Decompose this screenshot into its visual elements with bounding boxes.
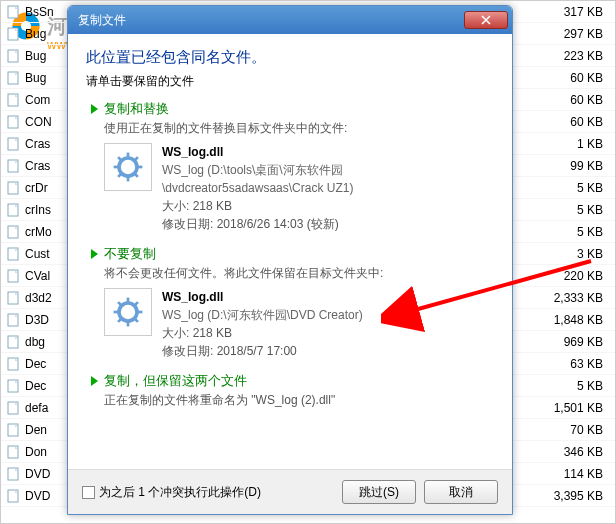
- dll-gear-icon: [110, 149, 146, 185]
- file-size: 346 KB: [525, 445, 615, 459]
- apply-all-checkbox[interactable]: [82, 486, 95, 499]
- file-icon: [5, 400, 21, 416]
- file-size: 317 KB: [525, 5, 615, 19]
- file-size: 60 KB: [525, 71, 615, 85]
- file-thumb-1: [104, 143, 152, 191]
- file-icon: [5, 290, 21, 306]
- file-size: 3,395 KB: [525, 489, 615, 503]
- file-icon: [5, 246, 21, 262]
- file-size: 220 KB: [525, 269, 615, 283]
- file-icon: [5, 466, 21, 482]
- option3-title: 复制，但保留这两个文件: [104, 372, 247, 390]
- file-size: 5 KB: [525, 379, 615, 393]
- file-icon: [5, 158, 21, 174]
- file-meta-1: WS_log.dll WS_log (D:\tools\桌面\河东软件园 \dv…: [162, 143, 353, 233]
- file1-name: WS_log.dll: [162, 143, 353, 161]
- file-icon: [5, 4, 21, 20]
- close-button[interactable]: [464, 11, 508, 29]
- option2-desc: 将不会更改任何文件。将此文件保留在目标文件夹中:: [104, 265, 494, 282]
- copy-file-dialog: 复制文件 此位置已经包含同名文件。 请单击要保留的文件 复制和替换 使用正在复制…: [67, 5, 513, 515]
- option1-desc: 使用正在复制的文件替换目标文件夹中的文件:: [104, 120, 494, 137]
- file-size: 5 KB: [525, 203, 615, 217]
- option1-title: 复制和替换: [104, 100, 169, 118]
- svg-point-33: [119, 303, 137, 321]
- arrow-right-icon: [88, 374, 102, 388]
- arrow-right-icon: [88, 102, 102, 116]
- file-size: 5 KB: [525, 181, 615, 195]
- file1-date: 修改日期: 2018/6/26 14:03 (较新): [162, 215, 353, 233]
- file-icon: [5, 356, 21, 372]
- svg-line-31: [134, 157, 138, 161]
- file-icon: [5, 268, 21, 284]
- file-size: 1 KB: [525, 137, 615, 151]
- file-size: 3 KB: [525, 247, 615, 261]
- file-icon: [5, 48, 21, 64]
- file-meta-2: WS_log.dll WS_log (D:\河东软件园\DVD Creator)…: [162, 288, 363, 360]
- file-icon: [5, 92, 21, 108]
- file-size: 223 KB: [525, 49, 615, 63]
- file-size: 2,333 KB: [525, 291, 615, 305]
- file2-size: 大小: 218 KB: [162, 324, 363, 342]
- svg-line-38: [118, 302, 122, 306]
- file-size: 1,501 KB: [525, 401, 615, 415]
- dialog-titlebar: 复制文件: [68, 6, 512, 34]
- file-size: 297 KB: [525, 27, 615, 41]
- file-icon: [5, 378, 21, 394]
- svg-line-30: [134, 173, 138, 177]
- option-dont-copy[interactable]: 不要复制 将不会更改任何文件。将此文件保留在目标文件夹中: WS_log.dll…: [86, 245, 494, 360]
- file-icon: [5, 70, 21, 86]
- file-size: 63 KB: [525, 357, 615, 371]
- close-icon: [481, 15, 491, 25]
- svg-line-29: [118, 157, 122, 161]
- file-icon: [5, 444, 21, 460]
- file-icon: [5, 422, 21, 438]
- file-icon: [5, 224, 21, 240]
- file-detail-2: WS_log.dll WS_log (D:\河东软件园\DVD Creator)…: [104, 288, 494, 360]
- file1-size: 大小: 218 KB: [162, 197, 353, 215]
- option-keep-both[interactable]: 复制，但保留这两个文件 正在复制的文件将重命名为 "WS_log (2).dll…: [86, 372, 494, 409]
- file-size: 969 KB: [525, 335, 615, 349]
- file2-path1: WS_log (D:\河东软件园\DVD Creator): [162, 306, 363, 324]
- file-size: 99 KB: [525, 159, 615, 173]
- file-icon: [5, 26, 21, 42]
- file-icon: [5, 488, 21, 504]
- apply-all-label: 为之后 1 个冲突执行此操作(D): [99, 484, 261, 501]
- dialog-body: 此位置已经包含同名文件。 请单击要保留的文件 复制和替换 使用正在复制的文件替换…: [68, 34, 512, 469]
- file-size: 5 KB: [525, 225, 615, 239]
- apply-all-row[interactable]: 为之后 1 个冲突执行此操作(D): [82, 484, 334, 501]
- file1-path2: \dvdcreator5sadawsaas\Crack UZ1): [162, 179, 353, 197]
- file2-date: 修改日期: 2018/5/7 17:00: [162, 342, 363, 360]
- dialog-subheading: 请单击要保留的文件: [86, 73, 494, 90]
- dll-gear-icon: [110, 294, 146, 330]
- skip-button[interactable]: 跳过(S): [342, 480, 416, 504]
- file-thumb-2: [104, 288, 152, 336]
- file2-name: WS_log.dll: [162, 288, 363, 306]
- file-icon: [5, 334, 21, 350]
- option-copy-replace[interactable]: 复制和替换 使用正在复制的文件替换目标文件夹中的文件: WS_log.dll W…: [86, 100, 494, 233]
- file-size: 60 KB: [525, 115, 615, 129]
- file-detail-1: WS_log.dll WS_log (D:\tools\桌面\河东软件园 \dv…: [104, 143, 494, 233]
- file-icon: [5, 202, 21, 218]
- file-size: 60 KB: [525, 93, 615, 107]
- dialog-heading: 此位置已经包含同名文件。: [86, 48, 494, 67]
- file-icon: [5, 136, 21, 152]
- svg-line-41: [118, 318, 122, 322]
- file-icon: [5, 312, 21, 328]
- option2-title: 不要复制: [104, 245, 156, 263]
- cancel-button[interactable]: 取消: [424, 480, 498, 504]
- option3-desc: 正在复制的文件将重命名为 "WS_log (2).dll": [104, 392, 494, 409]
- svg-line-39: [134, 318, 138, 322]
- svg-line-40: [134, 302, 138, 306]
- svg-line-32: [118, 173, 122, 177]
- file-size: 70 KB: [525, 423, 615, 437]
- file-size: 1,848 KB: [525, 313, 615, 327]
- file-icon: [5, 114, 21, 130]
- arrow-right-icon: [88, 247, 102, 261]
- file-icon: [5, 180, 21, 196]
- file1-path1: WS_log (D:\tools\桌面\河东软件园: [162, 161, 353, 179]
- file-size: 114 KB: [525, 467, 615, 481]
- dialog-title: 复制文件: [78, 12, 464, 29]
- dialog-footer: 为之后 1 个冲突执行此操作(D) 跳过(S) 取消: [68, 469, 512, 514]
